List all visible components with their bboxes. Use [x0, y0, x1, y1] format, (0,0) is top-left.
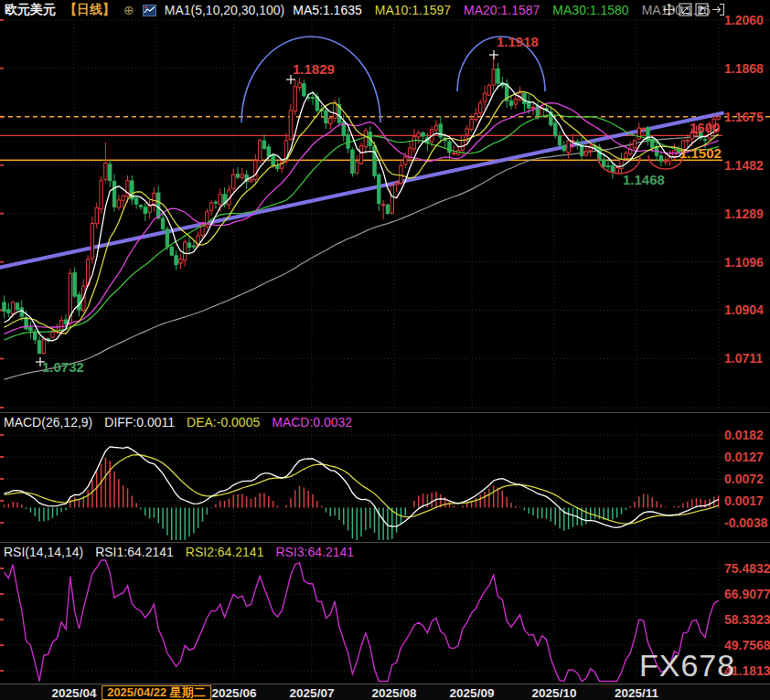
time-axis-label: 2025/06 — [212, 686, 257, 700]
rsi-axis-label: 75.4832 — [724, 561, 770, 576]
rsi-axis-label: 58.3323 — [724, 612, 770, 627]
rsi1-value: RSI1:64.2141 — [95, 545, 174, 559]
price-annotation: 1.0732 — [42, 359, 84, 375]
trading-chart-window: 欧元美元 【日线】 ⊕ MA1(5,10,20,30,100) MA5:1.16… — [0, 0, 770, 700]
time-axis-label: 2025/04 — [52, 686, 97, 700]
price-annotation: 1600 — [690, 120, 720, 135]
circle-plus-icon[interactable]: ⊕ — [123, 4, 134, 16]
ma-value: MA5:1.1635 — [293, 3, 362, 17]
price-annotation: 1.1918 — [497, 34, 539, 49]
rsi-axis-label: 66.9077 — [724, 587, 770, 601]
macd-macd-value: MACD:0.0032 — [272, 415, 352, 430]
chart-toolbar — [662, 3, 725, 16]
axis-play-tool-icon[interactable] — [695, 3, 709, 16]
title-bar: 欧元美元 【日线】 ⊕ MA1(5,10,20,30,100) MA5:1.16… — [0, 0, 770, 20]
rsi-header: RSI(14,14,14) RSI1:64.2141 RSI2:64.2141 … — [4, 545, 354, 559]
price-axis-label: 1.1096 — [724, 255, 770, 270]
time-axis-label: 2025/08 — [372, 686, 417, 700]
symbol-label: 欧元美元 — [5, 2, 56, 18]
chart-canvas[interactable] — [0, 0, 770, 700]
macd-axis-label: 0.0127 — [724, 450, 770, 464]
time-axis-label: 2025/09 — [450, 686, 495, 700]
price-axis-label: 1.1868 — [724, 61, 770, 76]
time-axis-label: 2025/11 — [615, 686, 658, 700]
ma-settings-label: MA1(5,10,20,30,100) — [165, 3, 285, 17]
macd-diff-value: DIFF:0.0011 — [104, 415, 175, 430]
rsi3-value: RSI3:64.2141 — [275, 545, 354, 559]
price-annotation: 1.1829 — [293, 61, 335, 77]
exit-tool-icon[interactable] — [711, 3, 725, 16]
chart-type-icon[interactable] — [143, 5, 156, 16]
price-annotation: 1.1502 — [679, 145, 722, 161]
watermark: FX678 — [639, 648, 735, 684]
price-axis-label: 1.0904 — [724, 302, 770, 317]
price-axis-label: 1.1482 — [724, 158, 770, 173]
time-axis-label: 2025/07 — [290, 686, 335, 700]
time-axis: 2025/04/22 星期二 2025/042025/062025/072025… — [0, 684, 770, 700]
rsi-params-label: RSI(14,14,14) — [4, 545, 83, 559]
crosshair-date-badge: 2025/04/22 星期二 — [102, 685, 211, 700]
axis-scale-tool-icon[interactable] — [679, 3, 692, 16]
price-annotation: 1.1468 — [623, 172, 665, 187]
macd-axis-label: 0.0182 — [724, 428, 770, 442]
period-label: 【日线】 — [64, 2, 115, 18]
macd-header: MACD(26,12,9) DIFF:0.0011 DEA:-0.0005 MA… — [4, 415, 352, 430]
ma-value: MA10:1.1597 — [375, 3, 451, 17]
price-axis-label: 1.1675 — [724, 110, 770, 124]
macd-axis-label: 0.0017 — [724, 493, 770, 508]
macd-axis-label: -0.0038 — [724, 515, 770, 530]
rsi2-value: RSI2:64.2141 — [186, 545, 264, 559]
ma-value: MA20:1.1587 — [464, 3, 540, 17]
pan-tool-icon[interactable] — [662, 3, 676, 16]
ma-value: MA30:1.1580 — [552, 3, 628, 17]
time-axis-label: 2025/10 — [532, 686, 577, 700]
macd-axis-label: 0.0072 — [724, 472, 770, 486]
price-axis-label: 1.0711 — [724, 351, 770, 366]
ma-values-group: MA5:1.1635MA10:1.1597MA20:1.1587MA30:1.1… — [293, 3, 711, 17]
macd-params-label: MACD(26,12,9) — [4, 415, 92, 430]
price-axis-label: 1.1289 — [724, 207, 770, 221]
macd-dea-value: DEA:-0.0005 — [187, 415, 260, 430]
